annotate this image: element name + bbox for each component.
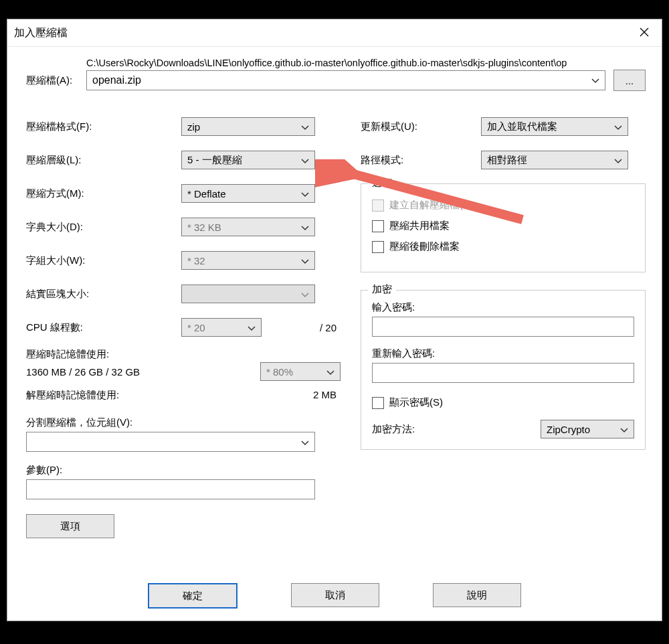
compression-method-value: * Deflate [187, 188, 226, 199]
options-group: 選項 建立自解壓縮檔(X) 壓縮共用檔案 壓縮後刪除檔案 [361, 183, 646, 272]
update-mode-value: 加入並取代檔案 [487, 120, 557, 133]
compression-level-label: 壓縮層級(L): [26, 154, 181, 167]
compression-method-dropdown[interactable]: * Deflate [181, 184, 315, 203]
help-button-label: 說明 [467, 589, 487, 602]
word-size-dropdown[interactable]: * 32 [181, 251, 315, 270]
memory-decompress-label: 解壓縮時記憶體使用: [26, 389, 313, 402]
path-mode-dropdown[interactable]: 相對路徑 [481, 151, 628, 169]
checkbox-icon [372, 220, 384, 232]
window-title: 加入壓縮檔 [14, 26, 68, 40]
archive-format-dropdown[interactable]: zip [181, 117, 315, 136]
show-password-label: 顯示密碼(S) [389, 396, 443, 409]
chevron-down-icon [301, 121, 309, 133]
chevron-down-icon [614, 155, 622, 166]
cancel-button-label: 取消 [325, 589, 345, 602]
word-size-label: 字組大小(W): [26, 254, 181, 267]
ok-button[interactable]: 確定 [148, 583, 237, 609]
update-mode-dropdown[interactable]: 加入並取代檔案 [481, 117, 628, 136]
archive-format-value: zip [187, 121, 200, 133]
compression-level-value: 5 - 一般壓縮 [187, 154, 242, 167]
chevron-down-icon [248, 322, 256, 333]
split-volumes-combo[interactable] [26, 432, 315, 452]
archive-label: 壓縮檔(A): [26, 74, 72, 86]
cpu-threads-label: CPU 線程數: [26, 321, 181, 334]
cpu-threads-dropdown[interactable]: * 20 [181, 318, 262, 337]
chevron-down-icon [301, 155, 309, 166]
chevron-down-icon [301, 255, 309, 266]
memory-compress-value: 1360 MB / 26 GB / 32 GB [26, 366, 260, 378]
dictionary-size-label: 字典大小(D): [26, 221, 181, 234]
chevron-down-icon [301, 188, 309, 199]
reenter-password-input[interactable] [372, 363, 634, 383]
add-to-archive-dialog: 加入壓縮檔 壓縮檔(A): C:\Users\Rocky\Downloads\L… [7, 19, 662, 621]
path-mode-value: 相對路徑 [487, 154, 527, 167]
dictionary-size-dropdown[interactable]: * 32 KB [181, 218, 315, 236]
compression-level-dropdown[interactable]: 5 - 一般壓縮 [181, 151, 315, 169]
archive-format-label: 壓縮檔格式(F): [26, 120, 181, 133]
chevron-down-icon [614, 121, 622, 133]
password-input[interactable] [372, 317, 634, 337]
word-size-value: * 32 [187, 255, 205, 266]
archive-filename-value: openai.zip [92, 74, 141, 86]
browse-label: ... [626, 75, 634, 86]
archive-path-text: C:\Users\Rocky\Downloads\LINE\onlyoffice… [86, 58, 646, 68]
cpu-total-label: / 20 [262, 322, 341, 333]
password-label: 輸入密碼: [372, 301, 634, 314]
chevron-down-icon [301, 222, 309, 233]
browse-button[interactable]: ... [613, 70, 646, 91]
archive-filename-combo[interactable]: openai.zip [86, 70, 605, 90]
options-button-label: 選項 [60, 520, 80, 533]
update-mode-label: 更新模式(U): [361, 120, 481, 133]
path-mode-label: 路徑模式: [361, 154, 481, 167]
encryption-method-dropdown[interactable]: ZipCrypto [541, 420, 634, 438]
encryption-group-title: 加密 [368, 283, 396, 296]
compress-shared-checkbox[interactable]: 壓縮共用檔案 [372, 220, 634, 232]
chevron-down-icon [326, 366, 334, 378]
right-column: 更新模式(U): 加入並取代檔案 路徑模式: 相對路徑 選項 [361, 110, 646, 538]
sfx-checkbox: 建立自解壓縮檔(X) [372, 199, 634, 212]
dialog-content: 壓縮檔(A): C:\Users\Rocky\Downloads\LINE\on… [7, 47, 662, 538]
encryption-group: 加密 輸入密碼: 重新輸入密碼: 顯示密碼(S) 加密方法: [361, 290, 646, 450]
close-icon [640, 26, 649, 40]
memory-percent-value: * 80% [266, 366, 293, 378]
cpu-threads-value: * 20 [187, 322, 205, 333]
delete-after-label: 壓縮後刪除檔案 [389, 240, 460, 253]
solid-block-size-dropdown[interactable] [181, 285, 315, 303]
compress-shared-label: 壓縮共用檔案 [389, 220, 450, 232]
close-button[interactable] [630, 21, 659, 45]
encryption-method-label: 加密方法: [372, 423, 541, 436]
parameters-input[interactable] [26, 479, 315, 499]
titlebar: 加入壓縮檔 [7, 19, 662, 47]
reenter-password-label: 重新輸入密碼: [372, 347, 634, 360]
cancel-button[interactable]: 取消 [291, 583, 379, 607]
encryption-method-value: ZipCrypto [547, 424, 590, 435]
chevron-down-icon [591, 74, 599, 86]
dictionary-size-value: * 32 KB [187, 222, 221, 233]
chevron-down-icon [301, 289, 309, 300]
checkbox-icon [372, 241, 384, 253]
help-button[interactable]: 說明 [433, 583, 521, 607]
options-group-title: 選項 [368, 177, 396, 189]
checkbox-icon [372, 397, 384, 409]
delete-after-checkbox[interactable]: 壓縮後刪除檔案 [372, 240, 634, 253]
show-password-checkbox[interactable]: 顯示密碼(S) [372, 396, 634, 409]
chevron-down-icon [301, 436, 309, 448]
checkbox-icon [372, 199, 384, 212]
options-button[interactable]: 選項 [26, 514, 114, 538]
memory-decompress-value: 2 MB [313, 389, 341, 402]
chevron-down-icon [620, 424, 628, 435]
memory-compress-label: 壓縮時記憶體使用: [26, 348, 341, 361]
parameters-label: 參數(P): [26, 464, 341, 477]
solid-block-size-label: 結實區塊大小: [26, 288, 181, 301]
memory-percent-dropdown[interactable]: * 80% [260, 362, 341, 381]
compression-method-label: 壓縮方式(M): [26, 187, 181, 200]
left-column: 壓縮檔格式(F): zip 壓縮層級(L): 5 - 一般壓縮 壓縮方式(M): [26, 110, 341, 538]
ok-button-label: 確定 [183, 590, 203, 602]
sfx-checkbox-label: 建立自解壓縮檔(X) [389, 199, 473, 212]
split-volumes-label: 分割壓縮檔，位元組(V): [26, 416, 341, 429]
dialog-buttons: 確定 取消 說明 [7, 583, 662, 609]
